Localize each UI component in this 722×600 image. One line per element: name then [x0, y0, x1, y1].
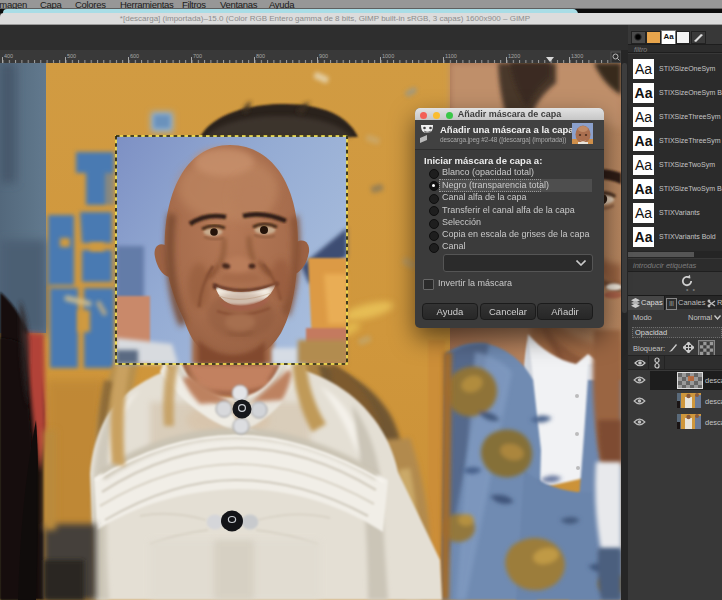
svg-text:1000: 1000 — [382, 53, 394, 59]
svg-text:800: 800 — [256, 53, 265, 59]
svg-text:400: 400 — [4, 53, 13, 59]
svg-text:1300: 1300 — [571, 53, 583, 59]
svg-text:500: 500 — [67, 53, 76, 59]
svg-text:900: 900 — [319, 53, 328, 59]
svg-text:600: 600 — [130, 53, 139, 59]
svg-text:1100: 1100 — [445, 53, 457, 59]
svg-text:700: 700 — [193, 53, 202, 59]
svg-text:1200: 1200 — [508, 53, 520, 59]
